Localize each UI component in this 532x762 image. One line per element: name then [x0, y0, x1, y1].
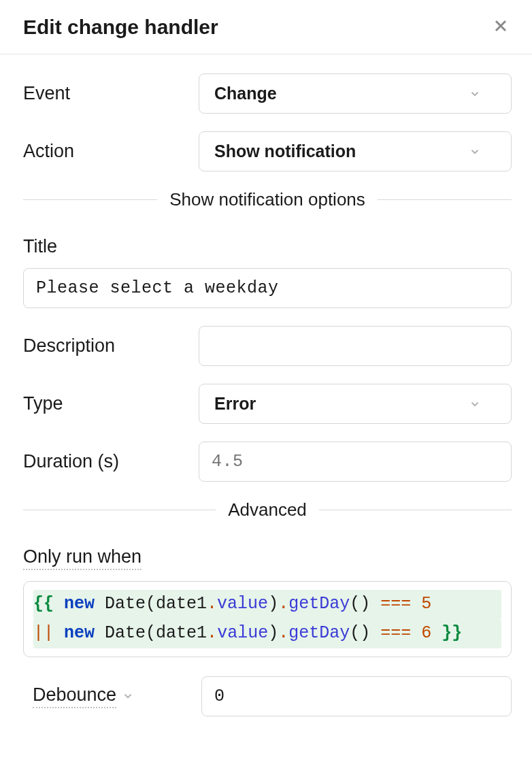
action-row: Action Show notification — [23, 131, 512, 171]
action-select[interactable]: Show notification — [199, 131, 512, 171]
only-run-when-label: Only run when — [23, 546, 512, 570]
debounce-input[interactable] — [201, 676, 512, 716]
type-select[interactable]: Error — [199, 384, 512, 424]
close-icon — [493, 18, 509, 36]
duration-label: Duration (s) — [23, 451, 199, 472]
event-select[interactable]: Change — [199, 73, 512, 114]
chevron-down-icon — [469, 146, 481, 158]
duration-row: Duration (s) — [23, 442, 512, 482]
debounce-label: Debounce — [33, 684, 116, 708]
only-run-when-group: Only run when {{ new Date(date1.value).g… — [23, 546, 512, 657]
chevron-down-icon — [122, 690, 134, 702]
chevron-down-icon — [469, 88, 481, 100]
description-label: Description — [23, 335, 199, 357]
event-row: Event Change — [23, 73, 512, 114]
type-row: Type Error — [23, 384, 512, 424]
event-label: Event — [23, 83, 199, 104]
close-button[interactable] — [490, 15, 512, 39]
code-line: {{ new Date(date1.value).getDay() === 5 — [33, 590, 501, 619]
description-row: Description — [23, 326, 512, 366]
event-select-value: Change — [214, 84, 277, 103]
title-input[interactable] — [23, 268, 512, 308]
debounce-row: Debounce — [23, 676, 512, 716]
action-select-value: Show notification — [214, 142, 356, 161]
action-label: Action — [23, 141, 199, 162]
title-field-group: Title — [23, 236, 512, 308]
panel-header: Edit change handler — [0, 0, 532, 54]
duration-input[interactable] — [199, 442, 512, 482]
code-line: || new Date(date1.value).getDay() === 6 … — [33, 619, 501, 648]
debounce-select[interactable]: Debounce — [33, 684, 189, 708]
type-select-value: Error — [214, 394, 256, 414]
title-label: Title — [23, 236, 512, 257]
advanced-divider: Advanced — [23, 499, 512, 520]
type-label: Type — [23, 393, 199, 414]
only-run-when-code-input[interactable]: {{ new Date(date1.value).getDay() === 5 … — [23, 581, 512, 657]
options-divider: Show notification options — [23, 189, 512, 210]
options-divider-label: Show notification options — [157, 189, 378, 210]
panel-title: Edit change handler — [23, 16, 218, 39]
edit-change-handler-panel: Edit change handler Event Change — [0, 0, 532, 723]
description-input[interactable] — [199, 326, 512, 366]
chevron-down-icon — [469, 398, 481, 410]
advanced-divider-label: Advanced — [216, 499, 319, 520]
